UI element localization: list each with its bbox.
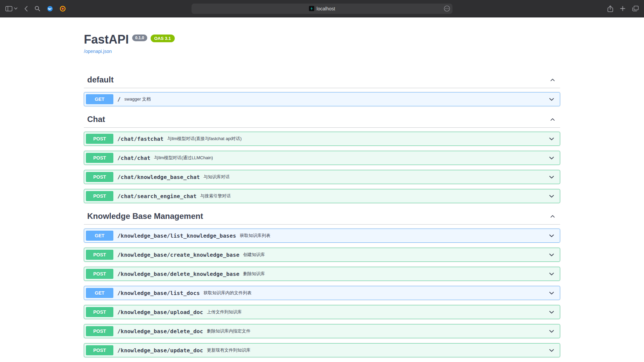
endpoint-description: 更新现有文件到知识库 (207, 347, 548, 353)
api-title: FastAPI (84, 33, 129, 46)
endpoint-path: /chat/chat (117, 155, 150, 161)
chevron-down-icon (548, 347, 555, 354)
endpoint-path: /chat/knowledge_base_chat (117, 174, 200, 180)
collapse-section-button[interactable] (548, 115, 557, 124)
section-header[interactable]: default (84, 72, 560, 88)
method-badge: POST (86, 172, 113, 182)
section-endpoints: GET / swagger 文档 (84, 92, 560, 106)
chevron-down-icon (548, 136, 555, 142)
oas-badge: OAS 3.1 (151, 35, 175, 42)
endpoint-row[interactable]: POST /chat/knowledge_base_chat 与知识库对话 (84, 170, 560, 184)
url-field[interactable]: localhost (192, 3, 452, 14)
chevron-up-icon (550, 214, 555, 219)
api-section: Chat POST /chat/fastchat 与llm模型对话(直接与fas… (84, 111, 560, 203)
chevron-down-icon (548, 96, 555, 103)
swagger-content: FastAPI 0.1.0 OAS 3.1 /openapi.json defa… (77, 17, 567, 362)
collapse-section-button[interactable] (548, 76, 557, 84)
more-options-button[interactable] (444, 5, 450, 12)
endpoint-description: 上传文件到知识库 (207, 309, 548, 315)
endpoint-row[interactable]: GET /knowledge_base/list_knowledge_bases… (84, 229, 560, 243)
method-badge: POST (86, 153, 113, 163)
endpoint-row[interactable]: POST /chat/chat 与llm模型对话(通过LLMChain) (84, 151, 560, 165)
new-tab-icon (620, 6, 626, 11)
expand-endpoint-button[interactable] (548, 96, 555, 103)
method-badge: POST (86, 326, 113, 336)
endpoint-row[interactable]: POST /knowledge_base/create_knowledge_ba… (84, 248, 560, 262)
method-badge: POST (86, 191, 113, 201)
expand-endpoint-button[interactable] (548, 252, 555, 258)
section-endpoints: POST /chat/fastchat 与llm模型对话(直接与fastchat… (84, 132, 560, 203)
chevron-up-icon (550, 117, 555, 122)
search-button[interactable] (35, 6, 40, 11)
back-icon (24, 6, 28, 12)
new-tab-button[interactable] (620, 6, 626, 11)
endpoint-path: / (117, 96, 121, 103)
tab-overview-button[interactable] (632, 6, 639, 11)
chevron-down-icon (548, 193, 555, 199)
collapse-section-button[interactable] (548, 212, 557, 221)
method-badge: POST (86, 307, 113, 317)
extension-orange-button[interactable] (60, 6, 66, 12)
expand-endpoint-button[interactable] (548, 233, 555, 239)
api-info: FastAPI 0.1.0 OAS 3.1 /openapi.json (84, 17, 560, 54)
section-header[interactable]: Knowledge Base Management (84, 208, 560, 225)
endpoint-path: /knowledge_base/list_knowledge_bases (117, 233, 236, 239)
method-badge: GET (86, 94, 113, 104)
chevron-down-icon (548, 328, 555, 335)
tab-overview-icon (632, 6, 639, 11)
site-favicon-icon (309, 6, 314, 11)
search-icon (35, 6, 40, 11)
url-text: localhost (317, 6, 335, 11)
expand-endpoint-button[interactable] (548, 136, 555, 142)
swagger-page: FastAPI 0.1.0 OAS 3.1 /openapi.json defa… (0, 17, 644, 362)
endpoint-path: /knowledge_base/list_docs (117, 290, 200, 296)
expand-endpoint-button[interactable] (548, 347, 555, 354)
section-title: default (87, 75, 114, 85)
endpoint-row[interactable]: POST /knowledge_base/delete_knowledge_ba… (84, 267, 560, 281)
endpoint-row[interactable]: POST /knowledge_base/delete_doc 删除知识库内指定… (84, 324, 560, 338)
endpoint-description: 与llm模型对话(通过LLMChain) (154, 155, 548, 161)
share-button[interactable] (607, 5, 613, 12)
endpoint-row[interactable]: GET / swagger 文档 (84, 92, 560, 106)
endpoint-description: 与llm模型对话(直接与fastchat api对话) (167, 136, 548, 142)
endpoint-row[interactable]: POST /knowledge_base/update_doc 更新现有文件到知… (84, 343, 560, 357)
method-badge: POST (86, 345, 113, 355)
back-button[interactable] (24, 6, 28, 12)
endpoint-row[interactable]: POST /chat/fastchat 与llm模型对话(直接与fastchat… (84, 132, 560, 146)
endpoint-description: 获取知识库列表 (240, 233, 548, 239)
expand-endpoint-button[interactable] (548, 290, 555, 296)
expand-endpoint-button[interactable] (548, 271, 555, 277)
endpoint-description: 获取知识库内的文件列表 (204, 290, 548, 296)
expand-endpoint-button[interactable] (548, 328, 555, 335)
extension-orange-icon (60, 6, 66, 12)
endpoint-row[interactable]: POST /knowledge_base/upload_doc 上传文件到知识库 (84, 305, 560, 319)
chevron-down-icon (548, 155, 555, 161)
endpoint-description: 与知识库对话 (204, 174, 548, 180)
section-title: Chat (87, 114, 105, 124)
endpoint-path: /knowledge_base/upload_doc (117, 309, 203, 315)
expand-endpoint-button[interactable] (548, 155, 555, 161)
method-badge: POST (86, 269, 113, 279)
section-header[interactable]: Chat (84, 111, 560, 128)
endpoint-row[interactable]: POST /chat/search_engine_chat 与搜索引擎对话 (84, 189, 560, 203)
api-section: default GET / swagger 文档 (84, 72, 560, 106)
method-badge: POST (86, 250, 113, 260)
share-icon (607, 5, 613, 12)
api-section: Knowledge Base Management GET /knowledge… (84, 208, 560, 362)
endpoint-row[interactable]: GET /knowledge_base/list_docs 获取知识库内的文件列… (84, 286, 560, 300)
expand-endpoint-button[interactable] (548, 193, 555, 199)
endpoint-path: /knowledge_base/delete_knowledge_base (117, 271, 239, 277)
endpoint-description: 创建知识库 (243, 252, 548, 258)
toolbar-left-group (5, 6, 66, 12)
version-badge: 0.1.0 (132, 35, 147, 41)
expand-endpoint-button[interactable] (548, 309, 555, 315)
sidebar-toggle-button[interactable] (5, 6, 17, 11)
openapi-link[interactable]: /openapi.json (84, 49, 112, 54)
chevron-down-icon (548, 290, 555, 296)
extension-blue-button[interactable] (47, 6, 53, 12)
browser-toolbar: localhost (0, 0, 644, 17)
chevron-down-icon (548, 174, 555, 180)
expand-endpoint-button[interactable] (548, 174, 555, 180)
sidebar-toggle-icon (5, 6, 12, 11)
api-title-row: FastAPI 0.1.0 OAS 3.1 (84, 33, 560, 46)
